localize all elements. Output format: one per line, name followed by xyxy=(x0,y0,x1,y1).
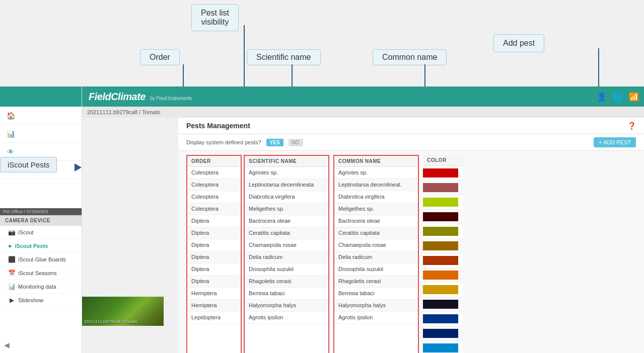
color-swatch-row xyxy=(423,283,463,297)
color-swatch-row xyxy=(423,297,463,312)
wifi-icon[interactable]: 📶 xyxy=(629,92,639,102)
color-swatch-row xyxy=(423,253,463,268)
scientific-header: SCIENTIFIC NAME xyxy=(245,156,328,167)
table-row: Diabrotica virgifera xyxy=(334,191,418,203)
sidebar: 🏠 📊 👁 ⚙ 20211111.b9279ca8 / Tomato PM Of… xyxy=(0,86,82,353)
sidebar-item-home[interactable]: 🏠 xyxy=(0,107,82,125)
sidebar-header xyxy=(0,86,82,107)
active-indicator: ● xyxy=(8,242,12,249)
table-row: Lepidoptera xyxy=(187,312,241,324)
glue-boards-icon: ⬛ xyxy=(8,256,15,263)
color-swatch-row xyxy=(423,181,463,195)
sidebar-item-iscout-pests[interactable]: ● iScout Pests xyxy=(0,239,82,253)
table-row: Agriotes sp. xyxy=(334,167,418,179)
scientific-name-column: SCIENTIFIC NAME Agriotes sp.Leptinotarsa… xyxy=(244,155,329,353)
table-row: Ceratitis capitata xyxy=(245,227,328,239)
table-row: Diabrotica virgifera xyxy=(245,191,328,203)
annotation-pest-list-visibility: Pest list visibility xyxy=(191,4,239,31)
help-icon[interactable]: ❓ xyxy=(627,122,636,130)
annotation-add-pest: Add pest xyxy=(493,34,544,52)
table-row: Bemisia tabaci xyxy=(245,288,328,300)
table-row: Leptinotarsa decemlineat. xyxy=(334,179,418,191)
seasons-icon: 📅 xyxy=(8,270,15,277)
display-system-label: Display system defined pests? xyxy=(186,139,261,145)
slideshow-icon: ▶ xyxy=(8,297,15,304)
table-row: Rhagoletis cerasi xyxy=(334,276,418,288)
station-icon[interactable]: 🌐 xyxy=(613,92,623,102)
table-row: Bactrocera oleae xyxy=(245,215,328,227)
table-row: Bactrocera oleae xyxy=(334,215,418,227)
table-row: Diptera xyxy=(187,239,241,251)
app-logo: FieldClimate by Pessl Instruments xyxy=(87,91,192,103)
sidebar-item-seasons[interactable]: 📅 iScout Seasons xyxy=(0,267,82,280)
user-icon[interactable]: 👤 xyxy=(597,92,607,102)
annotation-order: Order xyxy=(140,49,180,65)
table-row: Leptinotarsa decemlineata xyxy=(245,179,328,191)
color-swatch xyxy=(423,271,458,280)
annotation-common-name: Common name xyxy=(373,49,447,65)
color-swatch xyxy=(423,227,458,236)
order-header: ORDER xyxy=(187,156,241,167)
sidebar-item-slideshow[interactable]: ▶ Slideshow xyxy=(0,294,82,307)
header-bar: FieldClimate by Pessl Instruments 👤 🌐 📶 xyxy=(82,86,644,107)
common-header: COMMON NAME xyxy=(334,156,418,167)
table-row: Ceratitis capitata xyxy=(334,227,418,239)
iscout-icon: 📷 xyxy=(8,229,15,236)
pests-management-header: Pests Management ❓ xyxy=(178,118,644,134)
color-swatch-row xyxy=(423,341,463,353)
sidebar-item-monitoring[interactable]: 📊 Monitoring data xyxy=(0,280,82,294)
display-system-row: Display system defined pests? YES NO + A… xyxy=(178,134,644,151)
table-row: Halyomorpha halys xyxy=(334,300,418,312)
table-row: Drosophila suzukii xyxy=(245,263,328,276)
color-swatch-row xyxy=(423,326,463,341)
table-row: Diptera xyxy=(187,215,241,227)
table-row: Halyomorpha halys xyxy=(245,300,328,312)
common-cells: Agriotes sp.Leptinotarsa decemlineat.Dia… xyxy=(334,167,418,324)
table-row: Diptera xyxy=(187,276,241,288)
color-swatch-row xyxy=(423,268,463,283)
iscout-arrow xyxy=(75,163,82,171)
monitoring-icon: 📊 xyxy=(8,283,15,290)
toggle-no-button[interactable]: NO xyxy=(289,139,303,146)
color-swatch xyxy=(423,168,458,178)
color-swatch xyxy=(423,343,458,352)
table-row: Meligethes sp. xyxy=(245,203,328,215)
color-swatch xyxy=(423,314,458,323)
table-row: Agriotes sp. xyxy=(245,167,328,179)
annotation-scientific-name: Scientific name xyxy=(247,49,321,65)
color-swatch xyxy=(423,300,458,309)
breadcrumb-bar: 20211111.b9279ca8 / Tomato xyxy=(82,107,644,118)
table-row: Diptera xyxy=(187,251,241,263)
table-container: ORDER ColeopteraColeopteraColeopteraCole… xyxy=(178,151,644,353)
table-row: Hemiptera xyxy=(187,300,241,312)
color-swatch-row xyxy=(423,195,463,210)
color-swatch-row xyxy=(423,224,463,239)
color-swatch xyxy=(423,285,458,294)
color-swatch xyxy=(423,329,458,338)
table-row: Diptera xyxy=(187,227,241,239)
sidebar-collapse-button[interactable]: ◀ xyxy=(4,341,10,349)
common-name-column: COMMON NAME Agriotes sp.Leptinotarsa dec… xyxy=(333,155,419,353)
color-column: COLOR xyxy=(423,155,463,353)
pm-office-label: PM Office / 072050ED xyxy=(0,208,82,215)
scientific-cells: Agriotes sp.Leptinotarsa decemlineataDia… xyxy=(245,167,328,324)
table-row: Chamaepsila rosae xyxy=(245,239,328,251)
order-cells: ColeopteraColeopteraColeopteraColeoptera… xyxy=(187,167,241,324)
camera-header: CAMERA DEVICE xyxy=(0,215,82,226)
add-pest-button[interactable]: + ADD PEST xyxy=(594,137,636,147)
sidebar-item-chart[interactable]: 📊 xyxy=(0,125,82,143)
order-column: ORDER ColeopteraColeopteraColeopteraCole… xyxy=(186,155,242,353)
sidebar-item-glue-boards[interactable]: ⬛ iScout Glue Boards xyxy=(0,253,82,267)
color-swatch xyxy=(423,212,458,221)
table-row: Agrotis ipsilon xyxy=(245,312,328,324)
table-row: Diptera xyxy=(187,263,241,276)
toggle-yes-button[interactable]: YES xyxy=(266,139,283,146)
hero-overlay-text: 20211111.b9279ca8 / Tomato xyxy=(84,319,137,324)
color-swatch xyxy=(423,241,458,250)
color-swatch-row xyxy=(423,239,463,253)
sidebar-item-iscout[interactable]: 📷 iScout xyxy=(0,226,82,239)
table-row: Delia radicum xyxy=(334,251,418,263)
iscout-pests-label-box: iScout Pests xyxy=(0,157,57,172)
table-row: Bemisia tabaci xyxy=(334,288,418,300)
color-swatch-row xyxy=(423,210,463,224)
